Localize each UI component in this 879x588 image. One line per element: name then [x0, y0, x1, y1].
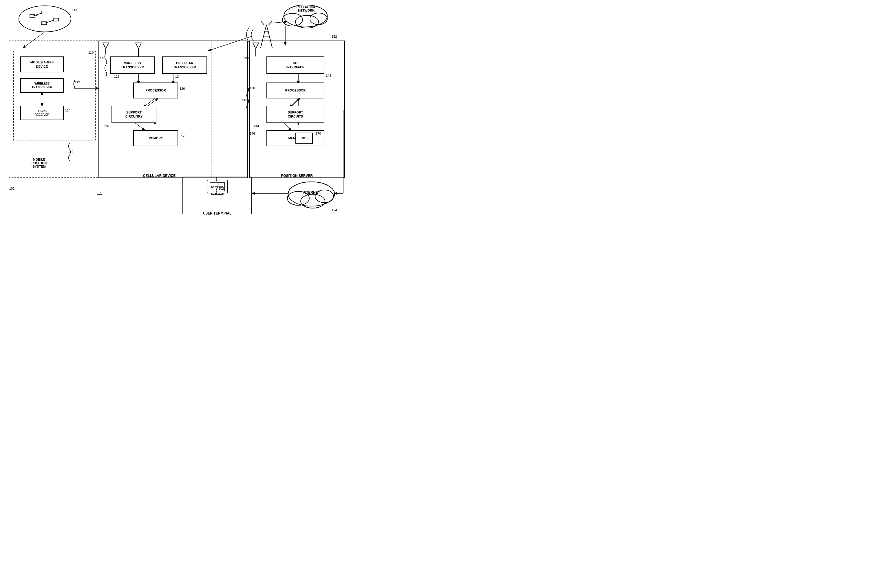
svg-point-11 — [310, 13, 327, 25]
ref-112: 112 — [75, 81, 80, 84]
svg-point-14 — [296, 16, 318, 27]
user-terminal-label: USER TERMINAL — [185, 212, 249, 215]
ref-100: 100 — [97, 191, 102, 195]
svg-line-1 — [33, 13, 42, 16]
ref-124: 124 — [175, 75, 180, 78]
wireless-transceiver-inner-box: WIRELESSTRANSCEIVER — [20, 78, 64, 93]
svg-point-13 — [283, 14, 302, 26]
ref-128: 128 — [181, 134, 186, 138]
wireless-transceiver-cell-box: WIRELESSTRANSCEIVER — [110, 57, 155, 74]
ref-160: 160 — [219, 192, 224, 196]
mobile-agps-label-box: MOBILE A-GPSDEVICE — [20, 57, 64, 72]
ref-134: 134 — [104, 124, 110, 128]
io-interface-box: I/OINTERFACE — [266, 57, 325, 74]
memory-cell-box: MEMORY — [133, 130, 178, 146]
svg-rect-7 — [53, 18, 59, 21]
processor-server-box: PROCESSOR — [266, 82, 325, 98]
svg-point-22 — [301, 194, 325, 208]
cellular-device-label: CELLULAR DEVICE — [130, 174, 188, 178]
cellular-transceiver-box: CELLULARTRANSCEIVER — [162, 57, 207, 74]
ref-146: 146 — [249, 132, 255, 135]
svg-line-5 — [45, 20, 54, 23]
ref-144: 144 — [254, 124, 259, 128]
support-circuitry-box: SUPPORTCIRCUITRY — [111, 106, 156, 123]
support-circuits-box: SUPPORTCIRCUITS — [266, 106, 325, 123]
ref-122: 122 — [114, 75, 119, 78]
ref-170: 170 — [316, 132, 321, 135]
svg-point-15 — [311, 14, 327, 24]
ref-150: 150 — [249, 86, 255, 90]
svg-rect-2 — [30, 15, 35, 17]
svg-point-18 — [295, 15, 319, 28]
position-server-label: POSITION SERVER — [258, 174, 336, 178]
svg-rect-3 — [42, 11, 47, 14]
svg-point-0 — [19, 6, 71, 32]
ref-152: 152 — [332, 35, 337, 38]
ref-102b: 102 — [219, 187, 224, 190]
svg-point-24 — [289, 185, 334, 206]
ref-138: 138 — [243, 57, 248, 60]
svg-rect-6 — [41, 22, 47, 25]
svg-point-10 — [295, 15, 319, 28]
ref-120: 120 — [68, 150, 73, 153]
ref-126: 126 — [180, 87, 185, 90]
svg-point-17 — [282, 14, 303, 26]
internet-label: INTERNET — [295, 190, 327, 195]
diagram: MOBILE A-GPSDEVICE WIRELESSTRANSCEIVER A… — [0, 0, 347, 232]
ref-110: 110 — [88, 51, 93, 54]
svg-point-19 — [310, 13, 327, 25]
ref-140: 140 — [242, 98, 247, 102]
ref-148: 148 — [326, 74, 331, 77]
ref-154: 154 — [332, 208, 337, 212]
sms-box: SMS — [295, 133, 313, 144]
user-terminal-box: BROWSER — [182, 177, 252, 214]
agps-receiver-box: A-GPSRECEIVER — [20, 106, 64, 120]
svg-line-4 — [35, 15, 38, 16]
processor-cell-box: PROCESSOR — [133, 82, 178, 98]
reference-network-label: REFERENCENETWORK — [284, 5, 329, 12]
ref-118: 118 — [72, 8, 77, 12]
svg-point-9 — [282, 14, 303, 26]
svg-line-40 — [271, 22, 287, 23]
mobile-position-system-label: MOBILEPOSITIONSYSTEM — [16, 158, 62, 168]
svg-line-37 — [261, 21, 264, 25]
svg-point-30 — [301, 194, 325, 208]
ref-114: 114 — [65, 109, 71, 112]
ref-102a: 102 — [9, 187, 15, 190]
ref-116: 116 — [100, 57, 105, 60]
svg-line-38 — [269, 21, 272, 25]
svg-point-26 — [301, 195, 325, 208]
